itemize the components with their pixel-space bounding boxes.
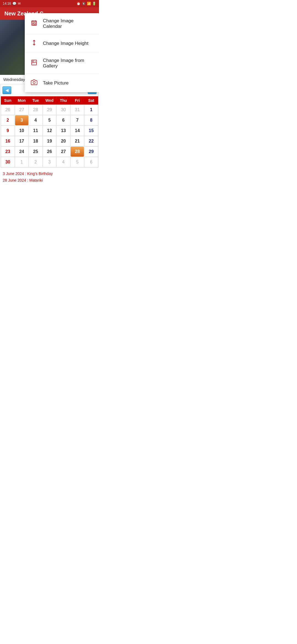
- calendar-cell[interactable]: 24: [15, 146, 29, 157]
- calendar-cell[interactable]: 8: [84, 115, 98, 125]
- status-left: 14:16 💬 ✉: [3, 2, 21, 6]
- calendar-cell[interactable]: 2: [1, 115, 15, 125]
- calendar-cell[interactable]: 10: [15, 125, 29, 136]
- calendar-cell[interactable]: 6: [56, 115, 70, 125]
- menu-item-change-image-height[interactable]: Change Image Height: [25, 34, 99, 53]
- menu-item-take-picture[interactable]: Take Picture: [25, 74, 99, 92]
- calendar-cell-holiday[interactable]: 28: [70, 146, 84, 157]
- calendar-cell[interactable]: 18: [29, 136, 43, 146]
- calendar-days-header: Sun Mon Tue Wed Thu Fri Sat: [1, 96, 98, 105]
- menu-label-change-image-gallery: Change Image from Gallery: [43, 58, 94, 69]
- svg-point-9: [33, 81, 35, 84]
- day-header-mon: Mon: [15, 96, 29, 105]
- calendar-cell[interactable]: 28: [29, 105, 43, 115]
- menu-item-change-image-calendar[interactable]: Change Image Calendar: [25, 13, 99, 34]
- calendar-cell[interactable]: 25: [29, 146, 43, 157]
- calendar-cell[interactable]: 6: [84, 157, 98, 167]
- calendar-cell[interactable]: 1: [15, 157, 29, 167]
- day-header-sat: Sat: [84, 96, 98, 105]
- day-header-tue: Tue: [29, 96, 43, 105]
- calendar-cell[interactable]: 29: [84, 146, 98, 157]
- calendar-cell[interactable]: 15: [84, 125, 98, 136]
- message-icon: 💬: [12, 2, 16, 6]
- mute-icon: 🔇: [82, 2, 86, 6]
- calendar-image-icon: [30, 20, 38, 28]
- calendar-cell[interactable]: 7: [70, 115, 84, 125]
- calendar: ◀ June 2024 ▶ Sun Mon Tue Wed Thu Fri Sa…: [1, 84, 98, 168]
- menu-item-change-image-gallery[interactable]: Change Image from Gallery: [25, 53, 99, 74]
- menu-label-take-picture: Take Picture: [43, 80, 69, 86]
- status-bar: 14:16 💬 ✉ ⏰ 🔇 📶 🔋: [0, 0, 99, 7]
- calendar-cell[interactable]: 22: [84, 136, 98, 146]
- menu-label-change-image-calendar: Change Image Calendar: [43, 18, 94, 29]
- menu-label-change-image-height: Change Image Height: [43, 41, 88, 46]
- calendar-cell[interactable]: 13: [56, 125, 70, 136]
- calendar-cell[interactable]: 2: [29, 157, 43, 167]
- time-display: 14:16: [3, 2, 11, 6]
- prev-month-button[interactable]: ◀: [2, 86, 11, 94]
- event-item-1: 3 June 2024 : King's Birthday: [3, 171, 96, 176]
- calendar-cell[interactable]: 17: [15, 136, 29, 146]
- calendar-cell[interactable]: 26: [1, 105, 15, 115]
- camera-icon: [30, 79, 38, 87]
- battery-icon: 🔋: [92, 2, 96, 6]
- day-header-fri: Fri: [70, 96, 84, 105]
- calendar-cell[interactable]: 1: [84, 105, 98, 115]
- calendar-cell[interactable]: 14: [70, 125, 84, 136]
- calendar-cell[interactable]: 29: [43, 105, 57, 115]
- svg-point-8: [32, 61, 34, 62]
- event-item-2: 28 June 2024 : Matariki: [3, 178, 96, 182]
- calendar-cell[interactable]: 26: [43, 146, 57, 157]
- calendar-cell[interactable]: 27: [15, 105, 29, 115]
- status-right: ⏰ 🔇 📶 🔋: [76, 2, 96, 6]
- calendar-cell[interactable]: 16: [1, 136, 15, 146]
- calendar-cell[interactable]: 30: [56, 105, 70, 115]
- events-section: 3 June 2024 : King's Birthday 28 June 20…: [0, 168, 99, 187]
- calendar-cell-today[interactable]: 3: [15, 115, 29, 125]
- day-header-sun: Sun: [1, 96, 15, 105]
- svg-point-5: [33, 23, 34, 24]
- calendar-cell[interactable]: 3: [43, 157, 57, 167]
- calendar-cell[interactable]: 27: [56, 146, 70, 157]
- gallery-icon: [30, 59, 38, 67]
- alarm-icon: ⏰: [76, 2, 81, 6]
- calendar-cell[interactable]: 20: [56, 136, 70, 146]
- calendar-cell[interactable]: 21: [70, 136, 84, 146]
- calendar-cell[interactable]: 12: [43, 125, 57, 136]
- mail-icon: ✉: [18, 2, 21, 6]
- calendar-cell[interactable]: 23: [1, 146, 15, 157]
- signal-icon: 📶: [87, 2, 91, 6]
- calendar-cell[interactable]: 4: [56, 157, 70, 167]
- calendar-cell[interactable]: 5: [70, 157, 84, 167]
- day-header-thu: Thu: [56, 96, 70, 105]
- calendar-cell[interactable]: 31: [70, 105, 84, 115]
- day-header-wed: Wed: [43, 96, 57, 105]
- calendar-cell[interactable]: 9: [1, 125, 15, 136]
- height-icon: [30, 39, 38, 48]
- calendar-grid: 26 27 28 29 30 31 1 2 3 4 5 6 7 8 9 10 1…: [1, 105, 98, 167]
- dropdown-menu: Change Image Calendar Change Image Heigh…: [25, 13, 99, 92]
- calendar-cell[interactable]: 30: [1, 157, 15, 167]
- calendar-cell[interactable]: 19: [43, 136, 57, 146]
- calendar-cell[interactable]: 5: [43, 115, 57, 125]
- calendar-cell[interactable]: 11: [29, 125, 43, 136]
- calendar-cell[interactable]: 4: [29, 115, 43, 125]
